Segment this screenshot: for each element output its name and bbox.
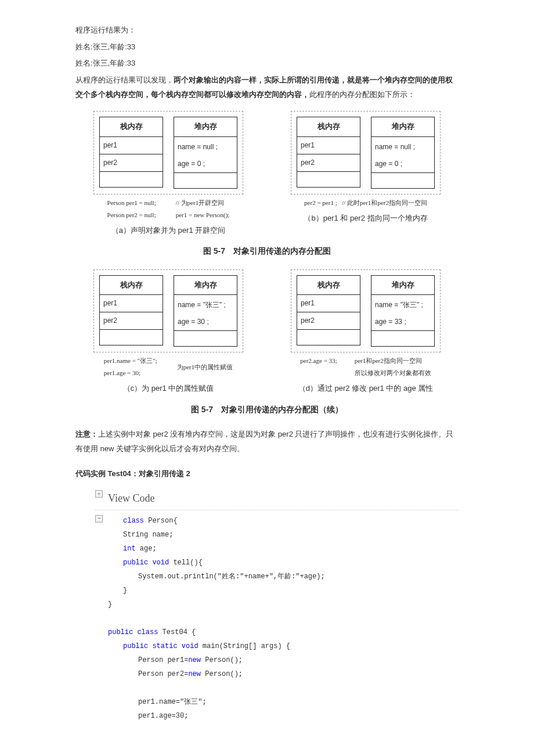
code-body: − class Person{ String name; int age; pu… xyxy=(95,510,459,723)
cell-per1: per1 xyxy=(297,137,360,154)
note-assign-attr: 为per1中的属性赋值 xyxy=(177,355,233,379)
code-test04: Test04 { xyxy=(158,628,196,636)
fig-5-7-d: 栈内存 per1 per2 堆内存 name = "张三" ; age = 33… xyxy=(273,269,459,396)
code-per1-decl-a: Person per1= xyxy=(138,656,188,664)
note-per2-null: Person per2 = null; xyxy=(107,209,156,221)
heap-header: 堆内存 xyxy=(174,117,237,137)
code-field-age: age; xyxy=(136,545,157,553)
stack-header: 栈内存 xyxy=(100,276,163,296)
heap-header: 堆内存 xyxy=(371,117,434,137)
note-comment-same: // 此时per1和per2指向同一空间 xyxy=(342,199,427,206)
fig-5-7-a: 栈内存 per1 per2 堆内存 name = null ; age = 0 … xyxy=(75,111,261,237)
kw-class: class xyxy=(123,517,144,525)
figure-5-7-caption-cont: 图 5-7 对象引用传递的内存分配图（续） xyxy=(75,402,459,417)
note-new-person: per1 = new Person(); xyxy=(176,209,230,221)
heap-age: age = 0 ; xyxy=(174,156,237,172)
caption-d: （d）通过 per2 修改 per1 中的 age 属性 xyxy=(273,381,459,396)
intro-seg-c: 此程序的内存分配图如下所示： xyxy=(309,90,415,99)
note-both-effective: 所以修改对两个对象都有效 xyxy=(355,367,431,379)
note-per1-null: Person per1 = null; xyxy=(107,197,156,209)
cell-per2: per2 xyxy=(297,154,360,172)
cell-per2: per2 xyxy=(297,312,360,330)
heap-box: 堆内存 name = null ; age = 0 ; xyxy=(371,117,435,188)
heap-name: name = null ; xyxy=(174,137,237,156)
stack-header: 栈内存 xyxy=(100,117,163,137)
figure-5-7: 栈内存 per1 per2 堆内存 name = null ; age = 0 … xyxy=(75,111,459,417)
kw-psv: public static void xyxy=(123,642,199,650)
note-assign: per2 = per1 ; xyxy=(304,199,337,206)
view-code-label: View Code xyxy=(108,492,154,504)
code-per1-name: per1.name="张三"; xyxy=(108,695,459,709)
note-paragraph: 注意：上述实例中对象 per2 没有堆内存空间，这是因为对象 per2 只进行了… xyxy=(75,427,459,456)
note-prefix: 注意： xyxy=(75,430,98,438)
intro-seg-a: 从程序的运行结果可以发现， xyxy=(75,75,174,84)
heap-name: name = null ; xyxy=(371,137,434,156)
code-println: System.out.println("姓名:"+name+",年龄:"+age… xyxy=(108,570,459,584)
expand-icon[interactable]: + xyxy=(95,490,103,498)
stack-box: 栈内存 per1 per2 xyxy=(99,275,163,345)
stack-header: 栈内存 xyxy=(297,276,360,296)
section-title-test04: 代码实例 Test04：对象引用传递 2 xyxy=(75,467,459,481)
code-per1-age: per1.age=30; xyxy=(108,709,459,723)
code-person: Person{ xyxy=(144,517,178,525)
cell-per1: per1 xyxy=(100,295,163,312)
kw-new-2: new xyxy=(188,670,201,678)
code-block: + View Code − class Person{ String name;… xyxy=(95,487,459,723)
intro-paragraph: 从程序的运行结果可以发现，两个对象输出的内容一样，实际上所谓的引用传递，就是将一… xyxy=(75,73,459,102)
note-per1-name: per1.name = "张三"; xyxy=(104,355,157,367)
caption-b: （b）per1 和 per2 指向同一个堆内存 xyxy=(273,211,459,226)
heap-age: age = 33 ; xyxy=(371,314,434,330)
section-title-body: 对象引用传递 2 xyxy=(139,469,190,478)
view-code-header[interactable]: + View Code xyxy=(95,487,459,510)
collapse-icon[interactable]: − xyxy=(95,515,103,523)
heap-name: name = "张三" ; xyxy=(174,295,237,314)
fig-5-7-b: 栈内存 per1 per2 堆内存 name = null ; age = 0 … xyxy=(273,111,459,237)
heap-name: name = "张三" ; xyxy=(371,295,434,314)
kw-int: int xyxy=(123,545,136,553)
kw-new-1: new xyxy=(188,656,201,664)
heap-header: 堆内存 xyxy=(371,276,434,296)
cell-per1: per1 xyxy=(100,137,163,154)
note-comment-alloc: // 为per1开辟空间 xyxy=(176,197,230,209)
stack-box: 栈内存 per1 per2 xyxy=(297,275,360,345)
code-main-sig: main(String[] args) { xyxy=(199,642,290,650)
fig-5-7-c: 栈内存 per1 per2 堆内存 name = "张三" ; age = 30… xyxy=(75,269,261,396)
figure-5-7-caption: 图 5-7 对象引用传递的内存分配图 xyxy=(75,243,459,259)
heap-header: 堆内存 xyxy=(174,276,237,296)
note-per2-age: per2.age = 33; xyxy=(300,355,337,379)
note-body: 上述实例中对象 per2 没有堆内存空间，这是因为对象 per2 只进行了声明操… xyxy=(75,430,454,453)
cell-per2: per2 xyxy=(100,312,163,330)
stack-header: 栈内存 xyxy=(297,117,360,137)
heap-age: age = 0 ; xyxy=(371,156,434,172)
stack-box: 栈内存 per1 per2 xyxy=(297,117,360,187)
heap-box: 堆内存 name = "张三" ; age = 30 ; xyxy=(174,275,237,347)
code-close-1: } xyxy=(108,584,459,597)
kw-public-void: public void xyxy=(123,559,169,567)
cell-per1: per1 xyxy=(297,295,360,312)
code-close-2: } xyxy=(108,597,459,611)
heap-age: age = 30 ; xyxy=(174,314,237,330)
note-per1-age: per1.age = 30; xyxy=(104,367,157,379)
caption-c: （c）为 per1 中的属性赋值 xyxy=(75,381,261,396)
code-tell-sig: tell(){ xyxy=(169,559,203,567)
heap-box: 堆内存 name = "张三" ; age = 33 ; xyxy=(371,275,435,347)
output-line-2: 姓名:张三,年龄:33 xyxy=(75,56,459,71)
stack-box: 栈内存 per1 per2 xyxy=(99,117,163,187)
code-field-name: String name; xyxy=(108,528,459,542)
output-line-1: 姓名:张三,年龄:33 xyxy=(75,40,459,55)
caption-a: （a）声明对象并为 per1 开辟空间 xyxy=(75,224,261,238)
code-per2-decl-b: Person(); xyxy=(201,670,243,678)
note-same-space: per1和per2指向同一空间 xyxy=(355,355,431,367)
cell-per2: per2 xyxy=(100,154,163,172)
code-per2-decl-a: Person per2= xyxy=(138,670,188,678)
intro-line-1: 程序运行结果为： xyxy=(75,23,459,38)
heap-box: 堆内存 name = null ; age = 0 ; xyxy=(174,117,237,188)
code-per1-decl-b: Person(); xyxy=(201,656,243,664)
kw-public-class: public class xyxy=(108,628,158,636)
section-title-prefix: 代码实例 Test04： xyxy=(75,469,139,478)
